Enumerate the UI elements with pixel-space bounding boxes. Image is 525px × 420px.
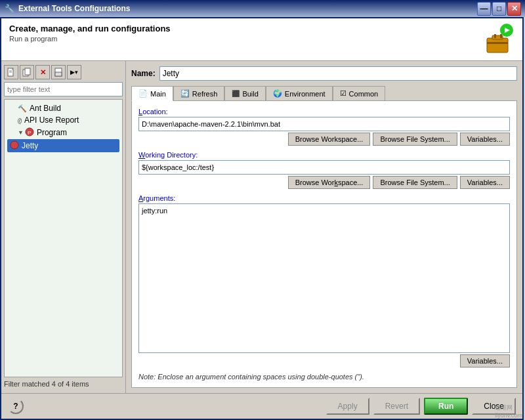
title-bar: 🔧 External Tools Configurations — □ ✕: [0, 0, 525, 17]
maximize-button[interactable]: □: [492, 2, 506, 16]
name-input[interactable]: [159, 66, 517, 81]
build-tab-icon: ⬛: [232, 90, 240, 97]
expand-icon-program: ▼: [18, 129, 24, 136]
jetty-icon: [10, 140, 19, 151]
working-dir-section: Working Directory: Browse Workspace... B…: [138, 151, 510, 189]
ant-build-icon: 🔨: [18, 104, 27, 113]
filter-status: Filter matched 4 of 4 items: [4, 377, 123, 390]
help-button[interactable]: ?: [8, 398, 24, 414]
arguments-section: Arguments: jetty:run Variables...: [138, 194, 510, 368]
filter-button[interactable]: [51, 65, 66, 79]
workdir-variables-button[interactable]: Variables...: [460, 176, 510, 189]
location-input[interactable]: [138, 117, 510, 131]
working-dir-buttons: Browse Workspace... Browse File System..…: [138, 176, 510, 189]
window-close-button[interactable]: ✕: [507, 2, 521, 16]
new-config-button[interactable]: [4, 65, 18, 79]
api-icon: @: [18, 117, 22, 124]
refresh-tab-label: Refresh: [192, 90, 218, 98]
svg-rect-6: [500, 34, 502, 38]
program-icon: P: [25, 127, 34, 138]
refresh-tab-icon: 🔄: [180, 89, 190, 98]
workdir-browse-filesystem-button[interactable]: Browse File System...: [373, 176, 457, 189]
svg-rect-4: [487, 42, 508, 44]
svg-point-17: [10, 141, 18, 149]
minimize-button[interactable]: —: [477, 2, 491, 16]
name-label: Name:: [131, 69, 156, 78]
tab-environment[interactable]: 🌍 Environment: [266, 86, 333, 100]
tree-item-ant-build[interactable]: 🔨 Ant Build: [7, 102, 119, 114]
tab-refresh[interactable]: 🔄 Refresh: [173, 86, 225, 100]
tree-item-jetty[interactable]: Jetty: [7, 139, 119, 152]
arguments-scroll-area[interactable]: jetty:run: [138, 203, 510, 353]
right-panel: Name: 📄 Main 🔄 Refresh ⬛ Build 🌍: [126, 61, 522, 393]
title-text: External Tools Configurations: [18, 4, 477, 13]
location-section: Location: Browse Workspace... Browse Fil…: [138, 108, 510, 146]
svg-text:P: P: [28, 130, 31, 136]
working-dir-label: Working Directory:: [138, 151, 510, 159]
common-tab-icon: ☑: [340, 89, 346, 98]
tree-item-program-label: Program: [37, 128, 67, 137]
dialog-footer: ? Apply Revert Run Close: [1, 393, 522, 419]
arguments-label: Arguments:: [138, 194, 510, 202]
revert-button[interactable]: Revert: [373, 398, 420, 415]
arguments-buttons: Variables...: [138, 354, 510, 368]
delete-button[interactable]: ✕: [35, 65, 50, 79]
environment-tab-icon: 🌍: [273, 89, 282, 98]
new-icon: [7, 68, 16, 77]
duplicate-icon: [22, 68, 32, 77]
tab-main[interactable]: 📄 Main: [131, 86, 173, 101]
main-dialog: Create, manage, and run configurations R…: [0, 17, 524, 420]
location-browse-filesystem-button[interactable]: Browse File System...: [373, 133, 457, 146]
watermark: 远维网liyunv.com: [495, 404, 522, 419]
tabs-row: 📄 Main 🔄 Refresh ⬛ Build 🌍 Environment ☑: [131, 86, 517, 101]
dialog-header: Create, manage, and run configurations R…: [1, 18, 522, 61]
location-browse-workspace-button[interactable]: Browse Workspace...: [288, 133, 371, 146]
name-row: Name:: [131, 66, 517, 81]
build-tab-label: Build: [242, 90, 258, 98]
title-icon: 🔧: [4, 3, 14, 14]
tree-item-jetty-label: Jetty: [22, 141, 38, 150]
left-toolbar: ✕ ▶▾: [4, 64, 123, 82]
header-text: Create, manage, and run configurations R…: [9, 24, 171, 43]
config-tree: 🔨 Ant Build @ API Use Report ▼ P: [4, 99, 123, 377]
arguments-content: jetty:run: [139, 204, 509, 217]
location-variables-button[interactable]: Variables...: [460, 133, 510, 146]
header-title: Create, manage, and run configurations: [9, 24, 171, 33]
workdir-browse-workspace-button[interactable]: Browse Workspace...: [288, 176, 371, 189]
tree-item-ant-build-label: Ant Build: [30, 104, 61, 113]
tab-common[interactable]: ☑ Common: [333, 86, 386, 100]
header-subtitle: Run a program: [9, 35, 171, 43]
program-svg: P: [25, 127, 34, 136]
tree-item-program[interactable]: ▼ P Program: [7, 126, 119, 139]
svg-rect-2: [487, 38, 508, 52]
working-dir-input[interactable]: [138, 160, 510, 175]
more-button[interactable]: ▶▾: [67, 65, 81, 79]
run-button[interactable]: Run: [424, 398, 468, 415]
svg-rect-5: [494, 34, 496, 38]
toolbox-icon: [483, 24, 514, 55]
location-buttons: Browse Workspace... Browse File System..…: [138, 133, 510, 146]
common-tab-label: Common: [349, 90, 379, 98]
window-controls[interactable]: — □ ✕: [477, 2, 521, 16]
header-icon: [483, 24, 514, 55]
left-panel: ✕ ▶▾ 🔨 Ant Build @: [1, 61, 126, 393]
environment-tab-label: Environment: [285, 90, 326, 98]
tab-build[interactable]: ⬛ Build: [224, 86, 265, 100]
filter-input[interactable]: [4, 82, 123, 96]
arguments-note: Note: Enclose an argument containing spa…: [138, 373, 510, 381]
filter-icon: [54, 68, 63, 77]
arguments-variables-button[interactable]: Variables...: [460, 354, 510, 368]
arguments-value: jetty:run: [142, 207, 167, 215]
dialog-body: ✕ ▶▾ 🔨 Ant Build @: [1, 61, 522, 393]
location-label: Location:: [138, 108, 510, 116]
tree-item-api-label: API Use Report: [24, 116, 79, 125]
tree-item-api-use-report[interactable]: @ API Use Report: [7, 114, 119, 126]
main-tab-icon: 📄: [138, 89, 148, 98]
duplicate-button[interactable]: [20, 65, 34, 79]
main-tab-label: Main: [150, 90, 166, 98]
apply-button[interactable]: Apply: [326, 398, 369, 415]
svg-rect-14: [55, 72, 62, 76]
jetty-svg: [10, 140, 19, 150]
svg-rect-12: [25, 68, 30, 75]
tab-content-main: Location: Browse Workspace... Browse Fil…: [131, 101, 517, 388]
